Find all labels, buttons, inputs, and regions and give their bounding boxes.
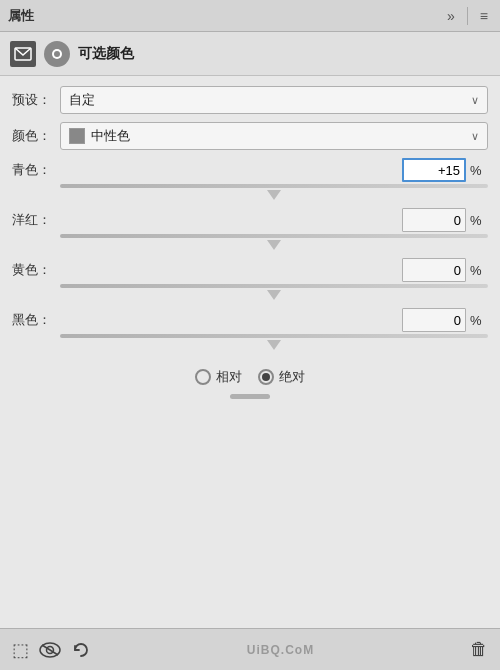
yellow-track[interactable]	[60, 284, 488, 288]
magenta-input-wrap: %	[402, 208, 488, 232]
yellow-pct: %	[470, 263, 488, 278]
cyan-label: 青色：	[12, 161, 60, 179]
black-input[interactable]	[402, 308, 466, 332]
new-layer-icon[interactable]: ⬚	[12, 639, 29, 661]
preset-dropdown-arrow: ∨	[471, 94, 479, 107]
magenta-thumb-wrap	[60, 240, 488, 250]
cyan-pct: %	[470, 163, 488, 178]
preset-row: 预设： 自定 ∨	[12, 86, 488, 114]
radio-relative[interactable]: 相对	[195, 368, 242, 386]
preset-label: 预设：	[12, 91, 60, 109]
color-dropdown[interactable]: 中性色 ∨	[60, 122, 488, 150]
black-pct: %	[470, 313, 488, 328]
black-thumb-wrap	[60, 340, 488, 350]
radio-absolute[interactable]: 绝对	[258, 368, 305, 386]
magenta-thumb[interactable]	[267, 240, 281, 250]
cyan-thumb[interactable]	[267, 190, 281, 200]
panel-content: 预设： 自定 ∨ 颜色： 中性色 ∨ 青色： %	[0, 76, 500, 411]
yellow-thumb-wrap	[60, 290, 488, 300]
yellow-input-wrap: %	[402, 258, 488, 282]
radio-group: 相对 绝对	[12, 358, 488, 392]
yellow-label: 黄色：	[12, 261, 60, 279]
radio-absolute-label: 绝对	[279, 368, 305, 386]
cyan-input[interactable]	[402, 158, 466, 182]
magenta-pct: %	[470, 213, 488, 228]
sliders-container: 青色： % 洋红： %	[12, 158, 488, 350]
scroll-indicator	[12, 392, 488, 401]
cyan-row: 青色： %	[12, 158, 488, 182]
black-thumb[interactable]	[267, 340, 281, 350]
watermark: UiBQ.CoM	[247, 643, 314, 657]
color-swatch	[69, 128, 85, 144]
yellow-thumb[interactable]	[267, 290, 281, 300]
cyan-slider-section: 青色： %	[12, 158, 488, 200]
magenta-track[interactable]	[60, 234, 488, 238]
more-icon[interactable]: »	[443, 6, 459, 26]
cyan-track[interactable]	[60, 184, 488, 188]
magenta-slider-section: 洋红： %	[12, 208, 488, 250]
yellow-row: 黄色： %	[12, 258, 488, 282]
radio-absolute-inner	[262, 373, 270, 381]
cyan-input-wrap: %	[402, 158, 488, 182]
yellow-track-wrap	[12, 284, 488, 300]
color-label: 颜色：	[12, 127, 60, 145]
radio-absolute-outer	[258, 369, 274, 385]
radio-relative-outer	[195, 369, 211, 385]
magenta-input[interactable]	[402, 208, 466, 232]
color-row: 颜色： 中性色 ∨	[12, 122, 488, 150]
reset-icon[interactable]	[71, 640, 91, 660]
bottom-toolbar: ⬚ UiBQ.CoM 🗑	[0, 628, 500, 670]
black-track-wrap	[12, 334, 488, 350]
black-label: 黑色：	[12, 311, 60, 329]
black-row: 黑色： %	[12, 308, 488, 332]
panel-header: 可选颜色	[0, 32, 500, 76]
cyan-thumb-wrap	[60, 190, 488, 200]
black-slider-section: 黑色： %	[12, 308, 488, 350]
color-value: 中性色	[91, 127, 471, 145]
delete-icon[interactable]: 🗑	[470, 639, 488, 660]
preset-control: 自定 ∨	[60, 86, 488, 114]
menu-icon[interactable]: ≡	[476, 6, 492, 26]
panel-title: 可选颜色	[78, 45, 134, 63]
cyan-track-wrap	[12, 184, 488, 200]
radio-relative-label: 相对	[216, 368, 242, 386]
preset-value: 自定	[69, 91, 471, 109]
yellow-input[interactable]	[402, 258, 466, 282]
yellow-slider-section: 黄色： %	[12, 258, 488, 300]
magenta-track-wrap	[12, 234, 488, 250]
magenta-row: 洋红： %	[12, 208, 488, 232]
color-dropdown-arrow: ∨	[471, 130, 479, 143]
envelope-icon-box	[10, 41, 36, 67]
divider	[467, 7, 468, 25]
magenta-label: 洋红：	[12, 211, 60, 229]
color-control: 中性色 ∨	[60, 122, 488, 150]
svg-point-2	[54, 51, 60, 57]
scroll-bar	[230, 394, 270, 399]
circle-icon	[44, 41, 70, 67]
black-track[interactable]	[60, 334, 488, 338]
visibility-icon[interactable]	[39, 642, 61, 658]
preset-dropdown[interactable]: 自定 ∨	[60, 86, 488, 114]
panel-title-bar: 属性	[8, 7, 443, 25]
top-bar: 属性 » ≡	[0, 0, 500, 32]
top-bar-icons: » ≡	[443, 6, 492, 26]
black-input-wrap: %	[402, 308, 488, 332]
